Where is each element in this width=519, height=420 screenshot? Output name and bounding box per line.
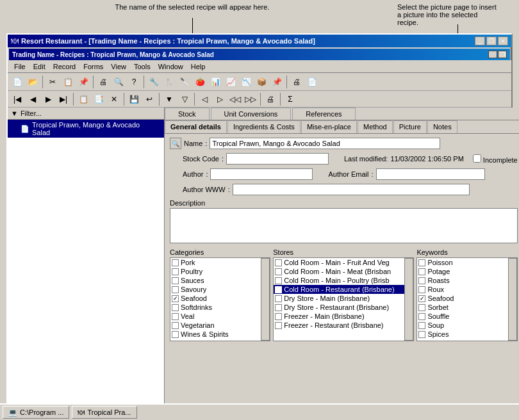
store-item[interactable]: Dry Store - Main (Brisbane) <box>274 294 404 303</box>
tab-general-details[interactable]: General details <box>165 120 227 133</box>
store-item[interactable]: Cold Room - Main - Fruit And Veg <box>274 258 404 267</box>
category-item[interactable]: Pork <box>170 258 261 267</box>
taskbar-btn-recipe[interactable]: 🍽 Tropical Pra... <box>72 406 136 419</box>
store-item[interactable]: Cold Room - Main - Meat (Brisban <box>274 267 404 276</box>
menu-tools[interactable]: Tools <box>130 62 154 71</box>
keyword-checkbox[interactable] <box>418 277 425 284</box>
tab-references[interactable]: References <box>292 108 355 120</box>
store-checkbox[interactable] <box>275 286 282 293</box>
categories-list[interactable]: PorkPoultrySaucesSavourySeafoodSoftdrink… <box>170 258 261 341</box>
stores-scrollbar[interactable] <box>404 258 413 341</box>
nav1-btn[interactable]: ◁ <box>197 92 211 106</box>
nav4-btn[interactable]: ▷▷ <box>243 92 258 106</box>
category-item[interactable]: Savoury <box>170 285 261 294</box>
keywords-list[interactable]: PoissonPotageRoastsRouxSeafoodSorbetSouf… <box>417 258 507 341</box>
description-textarea[interactable] <box>170 208 518 243</box>
keyword-checkbox[interactable] <box>418 304 425 311</box>
toolbar-icon1[interactable]: 🔧 <box>147 75 161 89</box>
keyword-checkbox[interactable] <box>418 259 425 266</box>
name-input[interactable] <box>210 138 440 149</box>
print-btn[interactable]: 🖨 <box>96 75 110 89</box>
recipe-list[interactable]: 📄 Tropical Prawn, Mango & Avocado Salad <box>8 120 164 408</box>
toolbar-icon2[interactable]: 🍴 <box>162 75 176 89</box>
category-checkbox[interactable] <box>172 313 179 320</box>
menu-help[interactable]: Help <box>187 62 210 71</box>
keyword-checkbox[interactable] <box>418 322 425 329</box>
save-btn[interactable]: 💾 <box>127 92 141 106</box>
first-record-btn[interactable]: |◀ <box>10 92 24 106</box>
category-checkbox[interactable] <box>172 322 179 329</box>
copy-btn[interactable]: 📋 <box>61 75 75 89</box>
keyword-item[interactable]: Poisson <box>417 258 507 267</box>
category-checkbox[interactable] <box>172 304 179 311</box>
keyword-checkbox[interactable] <box>418 295 425 302</box>
category-item[interactable]: Vegetarian <box>170 321 261 330</box>
category-item[interactable]: Veal <box>170 312 261 321</box>
keywords-scrollbar[interactable] <box>508 258 517 341</box>
toolbar-icon9[interactable]: 📌 <box>270 75 284 89</box>
toolbar-icon6[interactable]: 📈 <box>224 75 238 89</box>
keyword-checkbox[interactable] <box>418 331 425 338</box>
incomplete-checkbox[interactable] <box>473 154 481 163</box>
keyword-item[interactable]: Sorbet <box>417 303 507 312</box>
categories-scrollbar[interactable] <box>261 258 270 341</box>
help-btn[interactable]: ? <box>127 75 141 89</box>
filter-label[interactable]: Filter... <box>21 109 42 117</box>
store-item[interactable]: Cold Room - Main - Poultry (Brisb <box>274 276 404 285</box>
author-www-input[interactable] <box>233 184 470 195</box>
keyword-item[interactable]: Seafood <box>417 294 507 303</box>
category-checkbox[interactable] <box>172 259 179 266</box>
open-btn[interactable]: 📂 <box>26 75 40 89</box>
category-item[interactable]: Sauces <box>170 276 261 285</box>
print2-btn[interactable]: 🖨 <box>263 92 277 106</box>
menu-view[interactable]: View <box>107 62 130 71</box>
store-item[interactable]: Freezer - Restaurant (Brisbane) <box>274 321 404 330</box>
keyword-checkbox[interactable] <box>418 268 425 275</box>
author-input[interactable] <box>210 168 313 180</box>
category-checkbox[interactable] <box>172 331 179 338</box>
category-checkbox[interactable] <box>172 268 179 275</box>
tab-method[interactable]: Method <box>358 120 393 133</box>
preview-btn[interactable]: 🔍 <box>111 75 126 89</box>
toolbar-icon11[interactable]: 📄 <box>305 75 319 89</box>
keyword-item[interactable]: Potage <box>417 267 507 276</box>
tab-notes[interactable]: Notes <box>427 120 457 133</box>
store-checkbox[interactable] <box>275 322 282 329</box>
restore-button[interactable]: ❐ <box>486 36 497 45</box>
duplicate-btn[interactable]: 📑 <box>92 92 106 106</box>
store-checkbox[interactable] <box>275 259 282 266</box>
taskbar-btn-program[interactable]: 💻 C:\Program ... <box>3 406 69 419</box>
keyword-checkbox[interactable] <box>418 286 425 293</box>
filter-btn[interactable]: ▼ <box>162 92 176 106</box>
keyword-item[interactable]: Roux <box>417 285 507 294</box>
category-item[interactable]: Wines & Spirits <box>170 330 261 339</box>
toolbar-icon3[interactable]: 🔪 <box>177 75 192 89</box>
menu-record[interactable]: Record <box>49 62 79 71</box>
delete-btn[interactable]: ✕ <box>107 92 121 106</box>
add-record-btn[interactable]: 📋 <box>76 92 90 106</box>
store-item[interactable]: Dry Store - Restaurant (Brisbane) <box>274 303 404 312</box>
prev-record-btn[interactable]: ◀ <box>26 92 40 106</box>
new-btn[interactable]: 📄 <box>10 75 24 89</box>
toolbar-icon4[interactable]: 🍅 <box>193 75 207 89</box>
category-item[interactable]: Softdrinks <box>170 303 261 312</box>
stock-code-input[interactable] <box>226 153 329 165</box>
nav2-btn[interactable]: ▷ <box>213 92 227 106</box>
keyword-item[interactable]: Roasts <box>417 276 507 285</box>
category-checkbox[interactable] <box>172 286 179 293</box>
minimize-button[interactable]: _ <box>475 36 485 45</box>
author-email-input[interactable] <box>376 168 485 180</box>
toolbar-icon8[interactable]: 📦 <box>254 75 268 89</box>
keyword-item[interactable]: Spices <box>417 330 507 339</box>
store-checkbox[interactable] <box>275 313 282 320</box>
filter2-btn[interactable]: ▽ <box>177 92 192 106</box>
cut-btn[interactable]: ✂ <box>45 75 60 89</box>
keyword-item[interactable]: Soup <box>417 321 507 330</box>
menu-window[interactable]: Window <box>154 62 187 71</box>
keyword-item[interactable]: Souffle <box>417 312 507 321</box>
menu-file[interactable]: File <box>10 62 29 71</box>
store-checkbox[interactable] <box>275 277 282 284</box>
tab-ingredients-costs[interactable]: Ingredients & Costs <box>227 120 301 133</box>
menu-forms[interactable]: Forms <box>79 62 107 71</box>
inner-minimize-btn[interactable]: _ <box>488 51 497 58</box>
